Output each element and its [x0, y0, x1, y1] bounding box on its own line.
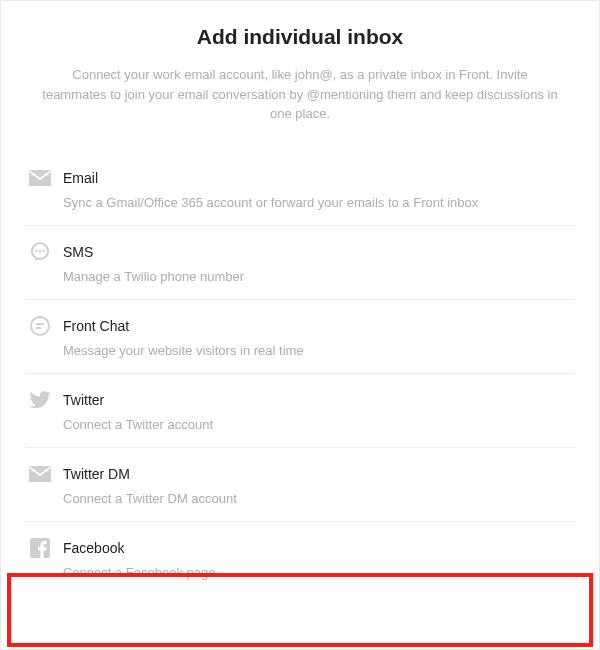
option-desc: Connect a Twitter DM account — [63, 491, 571, 506]
svg-point-1 — [35, 249, 37, 251]
option-label: Facebook — [63, 540, 124, 556]
option-sms[interactable]: SMS Manage a Twilio phone number — [25, 226, 575, 300]
option-desc: Connect a Twitter account — [63, 417, 571, 432]
svg-rect-6 — [36, 327, 41, 329]
sms-icon — [29, 241, 51, 263]
option-twitter[interactable]: Twitter Connect a Twitter account — [25, 374, 575, 448]
twitter-icon — [29, 389, 51, 411]
facebook-icon — [29, 537, 51, 559]
svg-point-4 — [31, 317, 49, 335]
add-inbox-dialog: Add individual inbox Connect your work e… — [1, 1, 599, 649]
svg-rect-5 — [36, 323, 44, 325]
inbox-options-list: Email Sync a Gmail/Office 365 account or… — [25, 152, 575, 595]
option-desc: Connect a Facebook page — [63, 565, 571, 580]
option-label: Twitter — [63, 392, 104, 408]
option-email[interactable]: Email Sync a Gmail/Office 365 account or… — [25, 152, 575, 226]
dialog-title: Add individual inbox — [25, 25, 575, 49]
option-desc: Sync a Gmail/Office 365 account or forwa… — [63, 195, 571, 210]
option-desc: Manage a Twilio phone number — [63, 269, 571, 284]
option-label: Front Chat — [63, 318, 129, 334]
twitter-dm-icon — [29, 463, 51, 485]
front-chat-icon — [29, 315, 51, 337]
email-icon — [29, 167, 51, 189]
option-label: SMS — [63, 244, 93, 260]
svg-point-2 — [39, 249, 41, 251]
option-front-chat[interactable]: Front Chat Message your website visitors… — [25, 300, 575, 374]
option-twitter-dm[interactable]: Twitter DM Connect a Twitter DM account — [25, 448, 575, 522]
option-label: Email — [63, 170, 98, 186]
option-desc: Message your website visitors in real ti… — [63, 343, 571, 358]
svg-point-3 — [42, 249, 44, 251]
dialog-subtitle: Connect your work email account, like jo… — [40, 65, 560, 124]
option-label: Twitter DM — [63, 466, 130, 482]
option-facebook[interactable]: Facebook Connect a Facebook page — [25, 522, 575, 595]
